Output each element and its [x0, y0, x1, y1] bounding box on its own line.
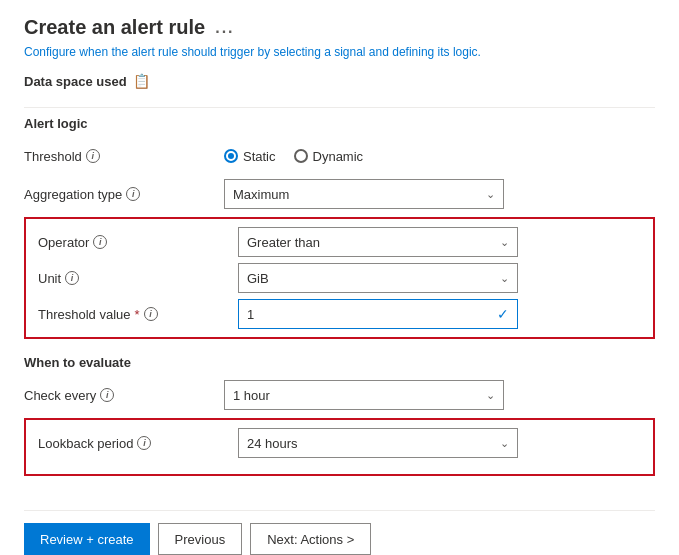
threshold-control-area: Static Dynamic — [224, 149, 655, 164]
page-title-ellipsis[interactable]: ... — [215, 19, 234, 37]
check-every-info-icon[interactable]: i — [100, 388, 114, 402]
threshold-value-input[interactable]: 1 ✓ — [238, 299, 518, 329]
radio-dynamic[interactable]: Dynamic — [294, 149, 364, 164]
unit-value: GiB — [247, 271, 269, 286]
page-subtitle: Configure when the alert rule should tri… — [24, 45, 655, 59]
aggregation-info-icon[interactable]: i — [126, 187, 140, 201]
check-every-label-text: Check every — [24, 388, 96, 403]
radio-dynamic-label: Dynamic — [313, 149, 364, 164]
signal-section-heading: Data space used 📋 — [24, 73, 655, 89]
unit-chevron-icon: ⌄ — [500, 272, 509, 285]
lookback-period-label: Lookback period i — [38, 436, 238, 451]
footer: Review + create Previous Next: Actions > — [24, 510, 655, 555]
check-every-value: 1 hour — [233, 388, 270, 403]
radio-static[interactable]: Static — [224, 149, 276, 164]
threshold-row: Threshold i Static Dynamic — [24, 141, 655, 171]
unit-label-text: Unit — [38, 271, 61, 286]
radio-dynamic-circle[interactable] — [294, 149, 308, 163]
aggregation-type-row: Aggregation type i Maximum ⌄ — [24, 179, 655, 209]
radio-static-circle[interactable] — [224, 149, 238, 163]
aggregation-label-text: Aggregation type — [24, 187, 122, 202]
review-create-button[interactable]: Review + create — [24, 523, 150, 555]
operator-info-icon[interactable]: i — [93, 235, 107, 249]
threshold-value-label-text: Threshold value — [38, 307, 131, 322]
operator-value: Greater than — [247, 235, 320, 250]
threshold-value-label: Threshold value * i — [38, 307, 238, 322]
threshold-value-control-area: 1 ✓ — [238, 299, 641, 329]
page-container: Create an alert rule ... Configure when … — [0, 0, 679, 555]
operator-select[interactable]: Greater than ⌄ — [238, 227, 518, 257]
alert-logic-label: Alert logic — [24, 116, 655, 131]
lookback-period-label-text: Lookback period — [38, 436, 133, 451]
lookback-period-value: 24 hours — [247, 436, 298, 451]
lookback-period-info-icon[interactable]: i — [137, 436, 151, 450]
aggregation-type-value: Maximum — [233, 187, 289, 202]
check-every-control-area: 1 hour ⌄ — [224, 380, 655, 410]
aggregation-type-select[interactable]: Maximum ⌄ — [224, 179, 504, 209]
unit-control-area: GiB ⌄ — [238, 263, 641, 293]
check-every-select[interactable]: 1 hour ⌄ — [224, 380, 504, 410]
operator-control-area: Greater than ⌄ — [238, 227, 641, 257]
lookback-period-control-area: 24 hours ⌄ — [238, 428, 641, 458]
unit-row: Unit i GiB ⌄ — [38, 263, 641, 293]
lookback-period-select[interactable]: 24 hours ⌄ — [238, 428, 518, 458]
operator-row: Operator i Greater than ⌄ — [38, 227, 641, 257]
lookback-period-row: Lookback period i 24 hours ⌄ — [38, 428, 641, 458]
previous-button[interactable]: Previous — [158, 523, 243, 555]
operator-chevron-icon: ⌄ — [500, 236, 509, 249]
check-every-row: Check every i 1 hour ⌄ — [24, 380, 655, 410]
page-title: Create an alert rule — [24, 16, 205, 39]
threshold-label-text: Threshold — [24, 149, 82, 164]
radio-static-label: Static — [243, 149, 276, 164]
threshold-checkmark-icon: ✓ — [497, 306, 509, 322]
aggregation-label: Aggregation type i — [24, 187, 224, 202]
alert-logic-red-section: Operator i Greater than ⌄ Unit i GiB ⌄ — [24, 217, 655, 339]
threshold-info-icon[interactable]: i — [86, 149, 100, 163]
threshold-label: Threshold i — [24, 149, 224, 164]
when-to-evaluate-label: When to evaluate — [24, 355, 655, 370]
next-actions-button[interactable]: Next: Actions > — [250, 523, 371, 555]
aggregation-control-area: Maximum ⌄ — [224, 179, 655, 209]
lookback-period-red-section: Lookback period i 24 hours ⌄ — [24, 418, 655, 476]
threshold-value-text: 1 — [247, 307, 254, 322]
lookback-chevron-icon: ⌄ — [500, 437, 509, 450]
operator-label-text: Operator — [38, 235, 89, 250]
unit-info-icon[interactable]: i — [65, 271, 79, 285]
threshold-value-required: * — [135, 307, 140, 322]
check-every-chevron-icon: ⌄ — [486, 389, 495, 402]
threshold-value-info-icon[interactable]: i — [144, 307, 158, 321]
divider-1 — [24, 107, 655, 108]
unit-select[interactable]: GiB ⌄ — [238, 263, 518, 293]
signal-label: Data space used — [24, 74, 127, 89]
operator-label: Operator i — [38, 235, 238, 250]
threshold-value-row: Threshold value * i 1 ✓ — [38, 299, 641, 329]
unit-label: Unit i — [38, 271, 238, 286]
threshold-radio-group: Static Dynamic — [224, 149, 363, 164]
aggregation-chevron-icon: ⌄ — [486, 188, 495, 201]
when-to-evaluate-section: When to evaluate Check every i 1 hour ⌄ … — [24, 355, 655, 486]
page-title-container: Create an alert rule ... — [24, 16, 655, 39]
copy-icon[interactable]: 📋 — [133, 73, 150, 89]
check-every-label: Check every i — [24, 388, 224, 403]
